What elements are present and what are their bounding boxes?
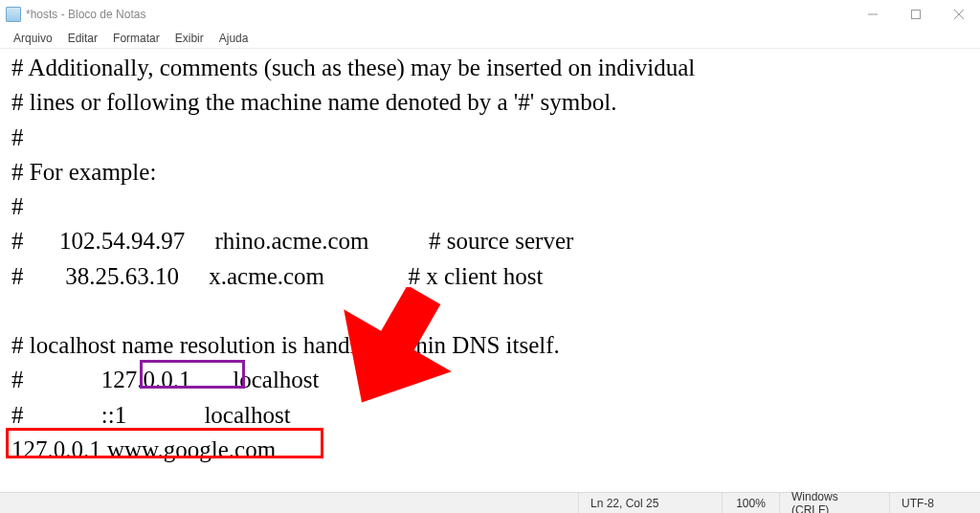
svg-rect-1 — [911, 11, 920, 19]
maximize-icon — [911, 10, 921, 19]
status-position: Ln 22, Col 25 — [578, 493, 722, 513]
text-line: # lines or following the machine name de… — [11, 89, 616, 115]
text-line: # ::1 localhost — [11, 402, 291, 428]
menubar: Arquivo Editar Formatar Exibir Ajuda — [0, 29, 980, 48]
app-icon — [6, 7, 21, 22]
text-line: # — [11, 193, 24, 219]
text-line: 127.0.0.1 www.google.com — [11, 436, 276, 462]
minimize-icon — [868, 10, 878, 19]
text-line: # 102.54.94.97 rhino.acme.com # source s… — [11, 228, 573, 254]
text-line: # 38.25.63.10 x.acme.com # x client host — [11, 263, 543, 289]
text-line: # For example: — [11, 159, 156, 185]
window-title: *hosts - Bloco de Notas — [26, 8, 145, 21]
menu-help[interactable]: Ajuda — [212, 31, 256, 46]
menu-file[interactable]: Arquivo — [6, 31, 60, 46]
status-encoding: UTF-8 — [889, 493, 980, 513]
menu-format[interactable]: Formatar — [105, 31, 167, 46]
status-zoom: 100% — [722, 493, 779, 513]
status-lineending: Windows (CRLF) — [779, 493, 889, 513]
text-editor[interactable]: # Additionally, comments (such as these)… — [0, 48, 980, 492]
menu-view[interactable]: Exibir — [167, 31, 212, 46]
maximize-button[interactable] — [894, 0, 937, 29]
titlebar: *hosts - Bloco de Notas — [0, 0, 980, 29]
text-line: # localhost name resolution is handled w… — [11, 332, 560, 358]
close-icon — [954, 10, 964, 19]
text-line: # — [11, 124, 24, 150]
text-line: # Additionally, comments (such as these)… — [11, 55, 695, 80]
menu-edit[interactable]: Editar — [60, 31, 105, 46]
minimize-button[interactable] — [851, 0, 894, 29]
window-controls — [851, 0, 980, 29]
close-button[interactable] — [937, 0, 980, 29]
text-line: # 127.0.0.1 localhost — [11, 367, 320, 392]
statusbar: Ln 22, Col 25 100% Windows (CRLF) UTF-8 — [0, 492, 980, 513]
